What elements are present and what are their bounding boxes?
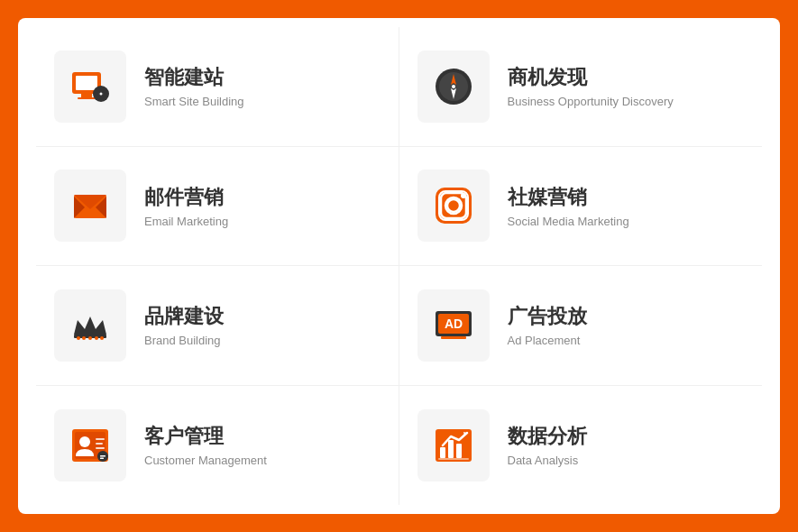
business-title-en: Business Opportunity Discovery [508,95,674,108]
svg-point-25 [77,336,80,340]
ad-title-en: Ad Placement [508,334,587,347]
svg-rect-48 [438,458,469,460]
customer-icon [69,424,112,467]
svg-rect-3 [78,97,96,99]
svg-rect-44 [440,447,445,458]
brand-icon-box [54,289,126,362]
svg-rect-33 [441,336,466,339]
svg-rect-1 [76,76,97,90]
brand-text: 品牌建设 Brand Building [144,303,224,347]
service-item-email[interactable]: 邮件营销 Email Marketing [36,147,399,267]
email-title-zh: 邮件营销 [144,184,228,211]
data-text: 数据分析 Data Analysis [508,423,587,467]
social-icon [432,184,475,227]
customer-title-zh: 客户管理 [144,423,267,450]
chart-icon [432,424,475,467]
business-icon-box [417,50,490,123]
service-item-ad[interactable]: AD 广告投放 Ad Placement [399,266,763,386]
svg-rect-38 [96,443,103,445]
email-title-en: Email Marketing [144,215,228,228]
email-icon [69,184,112,227]
crown-icon [69,304,112,347]
svg-rect-41 [100,455,105,457]
svg-rect-46 [456,444,462,458]
svg-point-29 [100,336,104,340]
social-text: 社媒营销 Social Media Marketing [508,184,629,228]
svg-point-11 [452,85,455,88]
customer-icon-box [54,409,126,482]
svg-point-6 [100,92,103,95]
data-icon-box [417,409,490,482]
ad-title-zh: 广告投放 [508,303,587,330]
email-icon-box [54,170,126,242]
svg-rect-2 [81,94,92,97]
svg-rect-42 [100,457,104,459]
customer-text: 客户管理 Customer Management [144,423,267,467]
smart-site-title-zh: 智能建站 [144,64,244,91]
service-item-customer[interactable]: 客户管理 Customer Management [36,386,399,506]
service-item-social[interactable]: 社媒营销 Social Media Marketing [399,147,763,267]
svg-rect-45 [448,440,454,458]
service-item-brand[interactable]: 品牌建设 Brand Building [36,266,399,386]
svg-point-28 [95,336,98,340]
customer-title-en: Customer Management [144,454,267,467]
social-icon-box [417,170,490,242]
ad-text: 广告投放 Ad Placement [508,303,587,347]
svg-rect-39 [96,447,105,449]
data-title-zh: 数据分析 [508,423,587,450]
smart-site-text: 智能建站 Smart Site Building [144,64,244,108]
ad-icon-box: AD [417,289,490,362]
smart-site-icon [69,65,112,108]
svg-point-22 [461,194,465,198]
svg-marker-23 [74,316,106,335]
compass-icon [432,65,475,108]
brand-title-zh: 品牌建设 [144,303,224,330]
service-item-data[interactable]: 数据分析 Data Analysis [399,386,763,506]
service-item-business[interactable]: 商机发现 Business Opportunity Discovery [399,27,763,147]
main-card: 智能建站 Smart Site Building 商机发现 Business O… [18,18,780,514]
service-item-smart-site[interactable]: 智能建站 Smart Site Building [36,27,399,147]
social-title-en: Social Media Marketing [508,215,629,228]
svg-point-26 [82,336,86,340]
brand-title-en: Brand Building [144,334,224,347]
business-text: 商机发现 Business Opportunity Discovery [508,64,674,108]
social-title-zh: 社媒营销 [508,184,629,211]
svg-point-36 [79,436,90,447]
svg-rect-37 [96,438,105,440]
svg-text:AD: AD [444,316,462,331]
ad-icon: AD [432,304,475,347]
business-title-zh: 商机发现 [508,64,674,91]
smart-site-icon-box [54,50,126,123]
svg-point-27 [88,336,92,340]
email-text: 邮件营销 Email Marketing [144,184,228,228]
data-title-en: Data Analysis [508,454,587,467]
smart-site-title-en: Smart Site Building [144,95,244,108]
